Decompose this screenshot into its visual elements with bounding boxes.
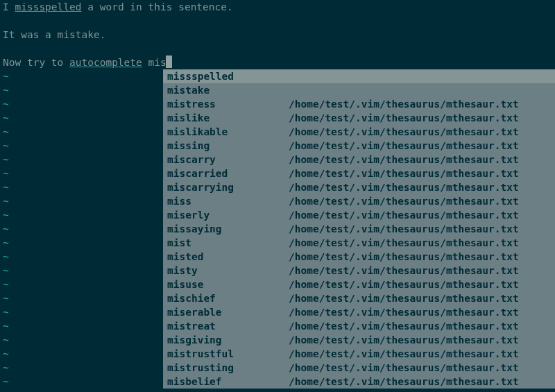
- text-segment: It was a mistake.: [3, 29, 105, 40]
- completion-source: /home/test/.vim/thesaurus/mthesaur.txt: [289, 125, 555, 139]
- completion-word: mischief: [167, 291, 289, 305]
- completion-source: /home/test/.vim/thesaurus/mthesaur.txt: [289, 305, 555, 319]
- text-segment: mis: [142, 57, 166, 68]
- completion-source: /home/test/.vim/thesaurus/mthesaur.txt: [289, 139, 555, 153]
- completion-item[interactable]: mistrustful/home/test/.vim/thesaurus/mth…: [163, 347, 555, 361]
- vim-editor[interactable]: I missspelled a word in this sentence. I…: [0, 0, 555, 392]
- completion-item[interactable]: mist/home/test/.vim/thesaurus/mthesaur.t…: [163, 236, 555, 250]
- buffer-line[interactable]: [0, 42, 555, 56]
- completion-item[interactable]: misbelief/home/test/.vim/thesaurus/mthes…: [163, 375, 555, 389]
- completion-word: miss: [167, 194, 289, 208]
- completion-item[interactable]: mistress/home/test/.vim/thesaurus/mthesa…: [163, 97, 555, 111]
- completion-item[interactable]: missing/home/test/.vim/thesaurus/mthesau…: [163, 139, 555, 153]
- completion-source: /home/test/.vim/thesaurus/mthesaur.txt: [289, 361, 555, 375]
- completion-item[interactable]: miscarry/home/test/.vim/thesaurus/mthesa…: [163, 153, 555, 167]
- completion-source: /home/test/.vim/thesaurus/mthesaur.txt: [289, 111, 555, 125]
- completion-word: mislike: [167, 111, 289, 125]
- text-segment: I: [3, 1, 15, 12]
- completion-word: mistress: [167, 97, 289, 111]
- spell-error-word: autocomplete: [69, 57, 142, 68]
- completion-item[interactable]: mistreat/home/test/.vim/thesaurus/mthesa…: [163, 319, 555, 333]
- completion-source: /home/test/.vim/thesaurus/mthesaur.txt: [289, 291, 555, 305]
- completion-source: /home/test/.vim/thesaurus/mthesaur.txt: [289, 222, 555, 236]
- cursor: [166, 56, 172, 68]
- text-segment: [3, 15, 9, 26]
- completion-item[interactable]: misty/home/test/.vim/thesaurus/mthesaur.…: [163, 264, 555, 278]
- completion-word: misbelief: [167, 375, 289, 389]
- completion-word: miserable: [167, 305, 289, 319]
- completion-source: /home/test/.vim/thesaurus/mthesaur.txt: [289, 194, 555, 208]
- completion-item[interactable]: missaying/home/test/.vim/thesaurus/mthes…: [163, 222, 555, 236]
- completion-item[interactable]: mistrusting/home/test/.vim/thesaurus/mth…: [163, 361, 555, 375]
- completion-source: [289, 69, 555, 83]
- completion-source: /home/test/.vim/thesaurus/mthesaur.txt: [289, 236, 555, 250]
- completion-source: /home/test/.vim/thesaurus/mthesaur.txt: [289, 208, 555, 222]
- completion-source: /home/test/.vim/thesaurus/mthesaur.txt: [289, 250, 555, 264]
- completion-word: misgiving: [167, 333, 289, 347]
- completion-word: mistrusting: [167, 361, 289, 375]
- completion-source: /home/test/.vim/thesaurus/mthesaur.txt: [289, 180, 555, 194]
- text-segment: Now try to: [3, 57, 69, 68]
- completion-source: /home/test/.vim/thesaurus/mthesaur.txt: [289, 167, 555, 180]
- completion-source: [289, 83, 555, 97]
- completion-item[interactable]: missspelled: [163, 69, 555, 83]
- completion-word: missaying: [167, 222, 289, 236]
- completion-word: miscarried: [167, 167, 289, 180]
- completion-word: missing: [167, 139, 289, 153]
- completion-word: misty: [167, 264, 289, 278]
- completion-source: /home/test/.vim/thesaurus/mthesaur.txt: [289, 97, 555, 111]
- completion-word: miserly: [167, 208, 289, 222]
- completion-item[interactable]: miserly/home/test/.vim/thesaurus/mthesau…: [163, 208, 555, 222]
- completion-word: misuse: [167, 278, 289, 291]
- completion-word: mislikable: [167, 125, 289, 139]
- completion-item[interactable]: mischief/home/test/.vim/thesaurus/mthesa…: [163, 291, 555, 305]
- completion-source: /home/test/.vim/thesaurus/mthesaur.txt: [289, 264, 555, 278]
- completion-item[interactable]: misuse/home/test/.vim/thesaurus/mthesaur…: [163, 278, 555, 291]
- completion-word: missspelled: [167, 69, 289, 83]
- completion-item[interactable]: misgiving/home/test/.vim/thesaurus/mthes…: [163, 333, 555, 347]
- completion-item[interactable]: mistake: [163, 83, 555, 97]
- spell-error-word: missspelled: [15, 1, 81, 12]
- completion-word: misted: [167, 250, 289, 264]
- completion-source: /home/test/.vim/thesaurus/mthesaur.txt: [289, 347, 555, 361]
- completion-word: mist: [167, 236, 289, 250]
- completion-word: miscarry: [167, 153, 289, 167]
- completion-item[interactable]: miss/home/test/.vim/thesaurus/mthesaur.t…: [163, 194, 555, 208]
- completion-item[interactable]: miscarried/home/test/.vim/thesaurus/mthe…: [163, 167, 555, 180]
- buffer-line[interactable]: Now try to autocomplete mis: [0, 56, 555, 69]
- completion-popup[interactable]: missspelledmistakemistress/home/test/.vi…: [163, 69, 555, 389]
- completion-word: mistake: [167, 83, 289, 97]
- buffer-line[interactable]: [0, 14, 555, 28]
- completion-item[interactable]: mislikable/home/test/.vim/thesaurus/mthe…: [163, 125, 555, 139]
- completion-item[interactable]: misted/home/test/.vim/thesaurus/mthesaur…: [163, 250, 555, 264]
- completion-source: /home/test/.vim/thesaurus/mthesaur.txt: [289, 153, 555, 167]
- completion-word: mistrustful: [167, 347, 289, 361]
- completion-item[interactable]: miscarrying/home/test/.vim/thesaurus/mth…: [163, 180, 555, 194]
- text-segment: a word in this sentence.: [82, 1, 233, 12]
- buffer-line[interactable]: It was a mistake.: [0, 28, 555, 42]
- completion-item[interactable]: mislike/home/test/.vim/thesaurus/mthesau…: [163, 111, 555, 125]
- buffer-line[interactable]: I missspelled a word in this sentence.: [0, 0, 555, 14]
- completion-source: /home/test/.vim/thesaurus/mthesaur.txt: [289, 375, 555, 389]
- completion-source: /home/test/.vim/thesaurus/mthesaur.txt: [289, 333, 555, 347]
- text-segment: [3, 43, 9, 54]
- completion-word: miscarrying: [167, 180, 289, 194]
- completion-word: mistreat: [167, 319, 289, 333]
- completion-item[interactable]: miserable/home/test/.vim/thesaurus/mthes…: [163, 305, 555, 319]
- completion-source: /home/test/.vim/thesaurus/mthesaur.txt: [289, 278, 555, 291]
- completion-source: /home/test/.vim/thesaurus/mthesaur.txt: [289, 319, 555, 333]
